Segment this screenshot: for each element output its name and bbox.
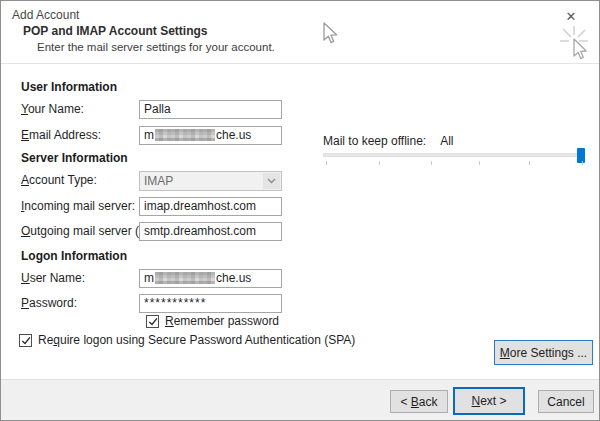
slider-track[interactable] [323, 153, 585, 157]
email-address-input[interactable]: mche.us [139, 126, 282, 145]
checkbox-icon [19, 334, 32, 347]
remember-password-label: Remember password [165, 314, 279, 328]
slider-tick [326, 161, 327, 165]
outgoing-server-input[interactable]: smtp.dreamhost.com [139, 222, 282, 241]
password-input[interactable]: *********** [139, 294, 282, 313]
remember-password-checkbox[interactable]: Remember password [146, 314, 279, 328]
slider-tick [479, 161, 480, 165]
cancel-button[interactable]: Cancel [538, 390, 594, 413]
slider-tick [529, 161, 530, 165]
close-button[interactable]: ✕ [557, 5, 585, 27]
your-name-label: Your Name: [21, 100, 84, 119]
user-name-label: User Name: [21, 269, 85, 288]
back-button[interactable]: < Back [390, 390, 448, 413]
section-server-information: Server Information [21, 151, 128, 165]
chevron-down-icon [263, 173, 280, 189]
more-settings-button[interactable]: More Settings ... [494, 340, 593, 365]
banner-title: POP and IMAP Account Settings [23, 24, 207, 38]
redacted-text [155, 129, 215, 141]
spa-checkbox-label: Require logon using Secure Password Auth… [38, 333, 355, 347]
add-account-dialog: Add Account ✕ POP and IMAP Account Setti… [0, 0, 600, 421]
section-user-information: User Information [21, 80, 117, 94]
slider-tick [379, 161, 380, 165]
offline-slider[interactable] [323, 149, 585, 169]
slider-thumb[interactable] [577, 148, 585, 163]
slider-tick [431, 161, 432, 165]
section-logon-information: Logon Information [21, 249, 127, 263]
incoming-server-input[interactable]: imap.dreamhost.com [139, 197, 282, 216]
mail-to-keep-offline-value: All [440, 134, 453, 148]
redacted-text [155, 272, 215, 284]
incoming-server-label: Incoming mail server: [21, 197, 135, 216]
password-label: Password: [21, 294, 77, 313]
account-type-select[interactable]: IMAP [139, 171, 282, 191]
mail-to-keep-offline-row: Mail to keep offline: All [323, 134, 454, 148]
user-name-input[interactable]: mche.us [139, 269, 282, 288]
next-button[interactable]: Next > [453, 387, 525, 415]
checkbox-icon [146, 315, 159, 328]
window-title: Add Account [12, 8, 79, 22]
close-icon: ✕ [566, 9, 577, 24]
slider-tick [582, 161, 583, 165]
account-type-label: Account Type: [21, 171, 97, 190]
mail-to-keep-offline-label: Mail to keep offline: [323, 134, 426, 148]
email-address-label: Email Address: [21, 126, 101, 145]
your-name-input[interactable]: Palla [139, 100, 282, 119]
spa-checkbox[interactable]: Require logon using Secure Password Auth… [19, 333, 355, 347]
mouse-cursor-icon [321, 21, 339, 47]
banner-subtitle: Enter the mail server settings for your … [37, 41, 275, 53]
banner-separator [1, 63, 599, 64]
cursor-click-effect-icon [557, 25, 595, 67]
